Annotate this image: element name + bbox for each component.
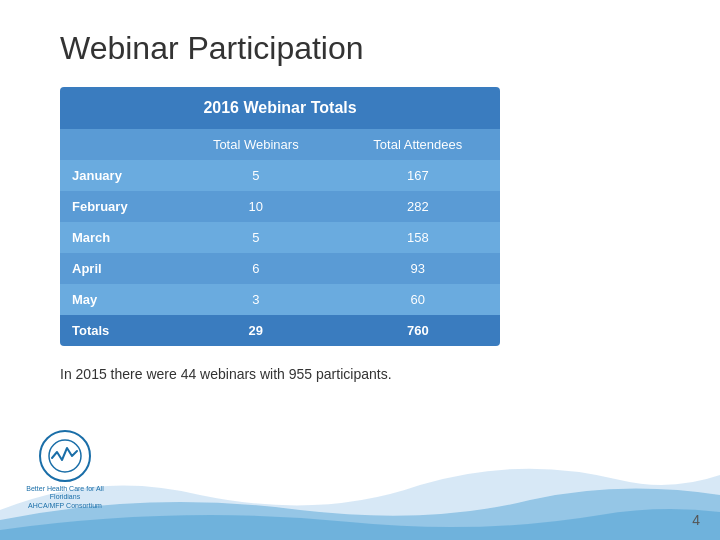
table-row: January5167 xyxy=(60,160,500,191)
logo-text: Better Health Care for All Floridians AH… xyxy=(20,485,110,510)
table-row: February10282 xyxy=(60,191,500,222)
webinar-table: Total Webinars Total Attendees January51… xyxy=(60,129,500,346)
col-webinars: Total Webinars xyxy=(176,129,336,160)
cell-month: April xyxy=(60,253,176,284)
page-number: 4 xyxy=(692,512,700,528)
cell-webinars: 5 xyxy=(176,160,336,191)
table-row: March5158 xyxy=(60,222,500,253)
cell-webinars: 10 xyxy=(176,191,336,222)
cell-webinars: 5 xyxy=(176,222,336,253)
table-row: Totals29760 xyxy=(60,315,500,346)
cell-webinars: 6 xyxy=(176,253,336,284)
col-attendees: Total Attendees xyxy=(336,129,500,160)
cell-attendees: 760 xyxy=(336,315,500,346)
cell-attendees: 158 xyxy=(336,222,500,253)
cell-attendees: 167 xyxy=(336,160,500,191)
table-heading: 2016 Webinar Totals xyxy=(60,87,500,129)
cell-month: January xyxy=(60,160,176,191)
table-container: 2016 Webinar Totals Total Webinars Total… xyxy=(60,87,500,346)
cell-month: March xyxy=(60,222,176,253)
logo-circle xyxy=(39,430,91,482)
table-row: April693 xyxy=(60,253,500,284)
table-header-row: Total Webinars Total Attendees xyxy=(60,129,500,160)
col-month xyxy=(60,129,176,160)
cell-attendees: 60 xyxy=(336,284,500,315)
main-content: Webinar Participation 2016 Webinar Total… xyxy=(0,0,720,402)
page-title: Webinar Participation xyxy=(60,30,660,67)
table-row: May360 xyxy=(60,284,500,315)
note-text: In 2015 there were 44 webinars with 955 … xyxy=(60,366,660,382)
cell-webinars: 29 xyxy=(176,315,336,346)
cell-attendees: 282 xyxy=(336,191,500,222)
cell-month: May xyxy=(60,284,176,315)
cell-webinars: 3 xyxy=(176,284,336,315)
cell-month: February xyxy=(60,191,176,222)
logo-icon xyxy=(47,438,83,474)
cell-attendees: 93 xyxy=(336,253,500,284)
logo-area: Better Health Care for All Floridians AH… xyxy=(20,430,110,510)
cell-month: Totals xyxy=(60,315,176,346)
